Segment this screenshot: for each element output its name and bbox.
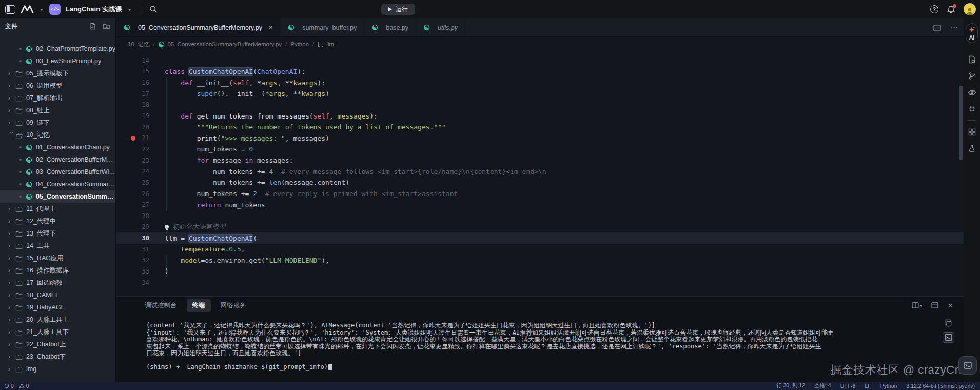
editor-scrollbar[interactable]	[959, 86, 963, 160]
code-line-14[interactable]: 14	[116, 55, 964, 66]
copy-output-icon[interactable]	[945, 319, 952, 327]
breadcrumb-item-3[interactable]: llm	[318, 41, 334, 47]
breadcrumb-item-1[interactable]: 05_ConversationSummaryBufferMemory.py	[158, 41, 282, 48]
sidebar-item-11[interactable]: 04_ConversationSummaryMe...	[0, 178, 115, 190]
warnings-indicator[interactable]: 0	[19, 383, 29, 389]
code-line-18[interactable]: 18	[116, 100, 964, 111]
sidebar-item-19[interactable]: ›17_回调函数	[0, 277, 115, 289]
eye-off-icon[interactable]	[964, 84, 980, 101]
app-logo-icon[interactable]	[21, 5, 34, 13]
split-editor-icon[interactable]	[933, 25, 941, 31]
new-file-icon[interactable]	[89, 23, 96, 30]
sidebar-item-8[interactable]: 01_ConversationChain.py	[0, 141, 115, 153]
sidebar-item-14[interactable]: ›12_代理中	[0, 215, 115, 227]
code-line-29[interactable]: 29初始化大语言模型	[116, 222, 964, 233]
breakpoint-icon[interactable]	[131, 136, 135, 141]
sidebar-item-9[interactable]: 02_ConversationBufferMemor...	[0, 153, 115, 166]
git-branch-icon[interactable]	[964, 68, 980, 84]
sidebar-item-4[interactable]: ›07_解析输出	[0, 92, 115, 104]
code-line-27[interactable]: 27 return num_tokens	[116, 199, 964, 210]
sidebar-item-17[interactable]: ›15_RAG应用	[0, 252, 115, 264]
code-line-25[interactable]: 25 num_tokens += len(message.content)	[116, 177, 964, 188]
sidebar-item-26[interactable]: ›img	[0, 363, 115, 375]
code-line-34[interactable]: 34	[116, 277, 964, 288]
status-segment-1[interactable]: 空格: 4	[814, 382, 831, 389]
sidebar-item-24[interactable]: ›22_Chatbot上	[0, 338, 115, 350]
close-panel-icon[interactable]: ✕	[948, 302, 953, 309]
sidebar-item-22[interactable]: ›20_人脉工具上	[0, 314, 115, 326]
errors-indicator[interactable]: 0	[4, 383, 14, 389]
sidebar-item-2[interactable]: ›05_提示模板下	[0, 67, 115, 80]
sidebar-item-18[interactable]: ›16_操作数据库	[0, 264, 115, 277]
code-line-19[interactable]: 19 def get_num_tokens_from_messages(self…	[116, 110, 964, 122]
avatar[interactable]	[964, 3, 976, 15]
sidebar-item-1[interactable]: 03_FewShotPrompt.py	[0, 55, 115, 67]
bug-icon[interactable]	[964, 101, 980, 117]
sidebar-item-13[interactable]: ›11_代理上	[0, 203, 115, 215]
search-icon[interactable]	[149, 5, 158, 13]
code-line-33[interactable]: 33)	[116, 266, 964, 277]
status-segment-5[interactable]: 3.12.2 64-bit ('shims': pyenv)	[906, 383, 975, 389]
file-search-icon[interactable]	[964, 51, 980, 68]
code-line-17[interactable]: 17 super().__init__(*args, **kwargs)	[116, 88, 964, 100]
sidebar-item-25[interactable]: ›23_Chatbot下	[0, 350, 115, 363]
panel-tab-0[interactable]: 调试控制台	[139, 299, 183, 312]
breadcrumb-item-2[interactable]: Python	[290, 41, 309, 47]
status-segment-0[interactable]: 行 30, 列 12	[776, 382, 805, 389]
code-line-20[interactable]: 20 """Returns the number of tokens used …	[116, 122, 964, 133]
code-line-22[interactable]: 22 num_tokens = 0	[116, 144, 964, 155]
sidebar-item-16[interactable]: ›14_工具	[0, 240, 115, 252]
run-button[interactable]: 运行	[381, 4, 415, 15]
chevron-down-icon[interactable]: ▼	[127, 7, 132, 11]
sidebar-item-21[interactable]: ›19_BabyAGI	[0, 301, 115, 314]
project-name[interactable]: LangChain 实战课	[66, 5, 122, 14]
code-line-23[interactable]: 23 for message in messages:	[116, 155, 964, 166]
breadcrumb-item-0[interactable]: 10_记忆	[128, 41, 149, 48]
sidebar-item-6[interactable]: ›09_链下	[0, 116, 115, 129]
sidebar-item-0[interactable]: 02_ChatPromptTemplate.py	[0, 43, 115, 55]
tab-2[interactable]: base.py	[364, 18, 416, 36]
sidebar-item-5[interactable]: ›08_链上	[0, 104, 115, 116]
code-line-21[interactable]: 21 print(">>> messages: ", messages)	[116, 132, 964, 144]
split-terminal-icon[interactable]: ▾	[912, 302, 922, 308]
grid-icon[interactable]	[964, 124, 980, 140]
terminal-prompt[interactable]: (shims) ➜ LangChain-shizhanke $(git_prom…	[146, 364, 919, 371]
floating-terminal-button[interactable]	[958, 356, 977, 375]
status-segment-2[interactable]: UTF-8	[840, 383, 856, 389]
close-icon[interactable]: ✕	[268, 24, 273, 31]
sidebar-item-15[interactable]: ›13_代理下	[0, 227, 115, 240]
code-line-28[interactable]: 28	[116, 210, 964, 222]
code-line-26[interactable]: 26 num_tokens += 2 # every reply is prim…	[116, 188, 964, 200]
new-folder-icon[interactable]	[103, 23, 110, 30]
code-line-31[interactable]: 31 temperature=0.5,	[116, 244, 964, 255]
tab-0[interactable]: 05_ConversationSummaryBufferMemory.py✕	[116, 18, 281, 36]
code-line-24[interactable]: 24 num_tokens += 4 # every message follo…	[116, 166, 964, 177]
sidebar-item-20[interactable]: ›18_CAMEL	[0, 289, 115, 301]
toggle-sidebar-icon[interactable]	[5, 5, 15, 14]
panel-tab-2[interactable]: 网络服务	[215, 299, 252, 312]
terminal-output[interactable]: (content='我又来了，还记得我昨天为什么要来买花吗？'), AIMess…	[146, 322, 919, 371]
notifications-icon[interactable]	[947, 5, 955, 14]
code-line-16[interactable]: 16 def __init__(self, *args, **kwargs):	[116, 77, 964, 88]
maximize-panel-icon[interactable]	[931, 302, 938, 308]
sidebar-item-23[interactable]: ›21_人脉工具下	[0, 326, 115, 338]
code-line-32[interactable]: 32 model=os.environ.get("LLM_MODELEND"),	[116, 255, 964, 266]
status-segment-3[interactable]: LF	[865, 383, 871, 389]
sidebar-item-12[interactable]: 05_ConversationSummaryBuf...	[0, 190, 115, 203]
tab-3[interactable]: utils.py	[416, 18, 465, 36]
code-line-30[interactable]: 30llm = CustomChatOpenAI(	[116, 232, 964, 244]
sidebar-item-10[interactable]: 03_ConversationBufferWindo...	[0, 166, 115, 178]
code-editor[interactable]: 10_记忆/05_ConversationSummaryBufferMemory…	[116, 37, 964, 296]
panel-tab-1[interactable]: 终端	[187, 299, 211, 312]
code-line-15[interactable]: 15class CustomChatOpenAI(ChatOpenAI):	[116, 66, 964, 77]
chevron-down-icon[interactable]: ▼	[39, 7, 44, 11]
sidebar-item-7[interactable]: ›10_记忆	[0, 129, 115, 141]
terminal-tab-icon[interactable]	[943, 332, 954, 343]
sidebar-item-3[interactable]: ›06_调用模型	[0, 80, 115, 92]
tab-1[interactable]: summary_buffer.py	[281, 18, 364, 36]
ai-assistant-button[interactable]: AI	[966, 23, 978, 43]
flask-icon[interactable]	[964, 140, 980, 157]
help-icon[interactable]: ?	[930, 5, 938, 13]
status-segment-4[interactable]: Python	[880, 383, 897, 389]
more-actions-icon[interactable]: ⋯	[950, 23, 958, 32]
